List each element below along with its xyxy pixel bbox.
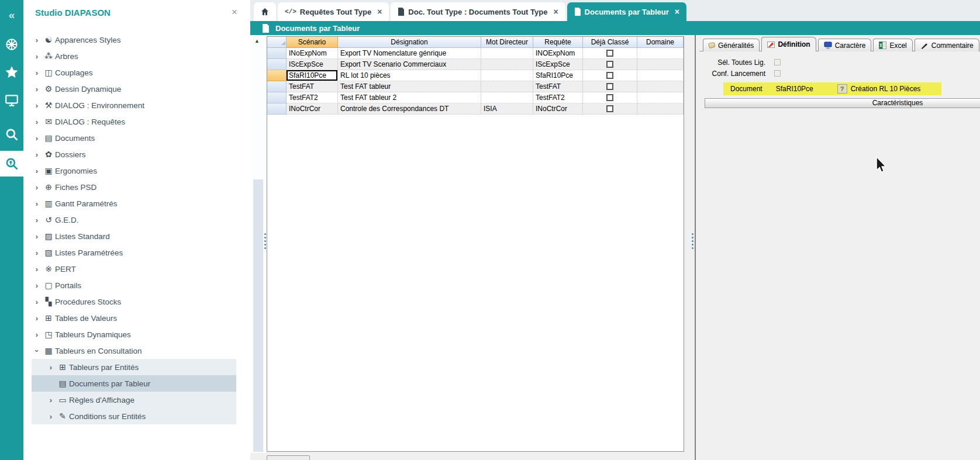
sidebar-item[interactable]: ⚒ DIALOG : Environnement <box>32 97 236 113</box>
chevron-right-icon[interactable] <box>32 347 42 355</box>
column-header-deja-classe[interactable]: Déjà Classé <box>583 37 637 48</box>
cell-designation[interactable]: Export TV Scenario Commerciaux <box>338 59 481 70</box>
cell-designation[interactable]: Test FAT tableur <box>338 81 481 92</box>
column-header-domaine[interactable]: Domaine <box>637 37 684 48</box>
cell-requete[interactable]: TestFAT2 <box>533 92 583 103</box>
chevron-right-icon[interactable] <box>46 379 56 388</box>
sidebar-item[interactable]: ◫ Couplages <box>32 64 236 81</box>
left-splitter-grip[interactable] <box>264 231 266 251</box>
cell-domaine[interactable] <box>637 103 684 115</box>
row-handle[interactable] <box>267 59 287 70</box>
sidebar-item[interactable]: ▦ Tableurs en Consultation <box>32 343 236 359</box>
deja-classe-checkbox[interactable] <box>606 94 613 101</box>
conf-lancement-checkbox[interactable] <box>774 70 781 77</box>
chevron-right-icon[interactable] <box>46 396 56 404</box>
chevron-right-icon[interactable] <box>32 232 42 241</box>
sidebar-item[interactable]: ⁂ Arbres <box>32 48 236 64</box>
cell-scenario[interactable]: SfaRI10Pce <box>287 70 338 81</box>
chevron-right-icon[interactable] <box>46 363 56 372</box>
row-handle[interactable] <box>267 92 287 103</box>
column-header-designation[interactable]: Désignation <box>338 37 481 48</box>
chevron-right-icon[interactable] <box>32 167 42 175</box>
sidebar-item[interactable]: ▤ Documents par Tableur <box>32 375 236 392</box>
cell-domaine[interactable] <box>637 59 684 70</box>
sidebar-item[interactable]: ⊕ Fiches PSD <box>32 179 236 195</box>
sidebar-item[interactable]: ▨ Listes Standard <box>32 228 236 244</box>
cell-mot-directeur[interactable] <box>481 48 533 59</box>
sidebar-item[interactable]: ⊞ Tableurs par Entités <box>32 359 236 375</box>
sidebar-item[interactable]: ▤ Documents <box>32 130 236 146</box>
cell-mot-directeur[interactable] <box>481 92 533 103</box>
cell-designation[interactable]: Test FAT tableur 2 <box>338 92 481 103</box>
cell-domaine[interactable] <box>637 92 684 103</box>
deja-classe-checkbox[interactable] <box>606 83 613 90</box>
chevron-right-icon[interactable] <box>32 150 42 159</box>
right-splitter-grip[interactable] <box>692 231 693 251</box>
tab-excel[interactable]: Excel <box>873 39 912 51</box>
chevron-right-icon[interactable] <box>32 68 42 77</box>
cell-mot-directeur[interactable]: ISIA <box>481 103 533 115</box>
sidebar-item[interactable]: ▥ Gantt Paramétrés <box>32 195 236 212</box>
chevron-right-icon[interactable] <box>32 117 42 126</box>
tab-definition[interactable]: Définition <box>761 37 816 51</box>
cell-designation[interactable]: Controle des Correspondances DT <box>338 103 481 115</box>
cell-requete[interactable]: SfaRI10Pce <box>533 70 583 81</box>
row-handle[interactable] <box>267 48 287 59</box>
sidebar-item[interactable]: ✎ Conditions sur Entités <box>32 408 236 424</box>
scroll-up-arrow-icon[interactable]: ▲ <box>254 38 260 44</box>
monitor-icon[interactable] <box>0 89 23 112</box>
close-icon[interactable]: × <box>553 7 558 16</box>
chevron-right-icon[interactable] <box>32 314 42 323</box>
sidebar-item[interactable]: ▚ Procédures Stocks <box>32 293 236 310</box>
tab-generalites[interactable]: Généralités <box>703 39 760 51</box>
sidebar-item[interactable]: ⚙ Dessin Dynamique <box>32 81 236 97</box>
sidebar-item[interactable]: ※ PERT <box>32 261 236 277</box>
chevron-right-icon[interactable] <box>32 85 42 94</box>
document-code-field[interactable]: SfaRI10Pce <box>776 85 837 93</box>
chevron-right-icon[interactable] <box>32 248 42 257</box>
cell-scenario[interactable]: INoExpNom <box>287 48 338 59</box>
cell-scenario[interactable]: TestFAT2 <box>287 92 338 103</box>
deja-classe-checkbox[interactable] <box>606 72 613 79</box>
tab-documents-par-tableur[interactable]: Documents par Tableur × <box>567 2 686 21</box>
cell-requete[interactable]: INOExpNom <box>533 48 583 59</box>
cell-domaine[interactable] <box>637 48 684 59</box>
search-icon[interactable] <box>0 123 23 146</box>
star-icon[interactable] <box>0 61 23 84</box>
chevron-right-icon[interactable] <box>32 36 42 44</box>
chevron-right-icon[interactable] <box>32 52 42 61</box>
chevron-right-icon[interactable] <box>32 298 42 306</box>
sidebar-item[interactable]: ✉ DIALOG : Requêtes <box>32 113 236 130</box>
tab-caractere[interactable]: Caractère <box>818 39 872 51</box>
sidebar-item[interactable]: ✿ Dossiers <box>32 146 236 162</box>
cell-scenario[interactable]: TestFAT <box>287 81 338 92</box>
close-icon[interactable]: × <box>377 7 382 16</box>
chevron-right-icon[interactable] <box>46 412 56 421</box>
sidebar-item[interactable]: ▢ Portails <box>32 277 236 293</box>
cell-mot-directeur[interactable] <box>481 59 533 70</box>
cell-mot-directeur[interactable] <box>481 70 533 81</box>
chevron-right-icon[interactable] <box>32 265 42 274</box>
chevron-right-icon[interactable] <box>32 216 42 224</box>
close-icon[interactable]: × <box>675 7 679 16</box>
chevron-right-icon[interactable] <box>32 101 42 110</box>
cell-scenario[interactable]: IScExpSce <box>287 59 338 70</box>
tab-commentaire[interactable]: Commentaire <box>915 39 979 51</box>
cell-requete[interactable]: INoCtrCor <box>533 103 583 115</box>
grid-scrollbar-thumb[interactable] <box>253 179 263 452</box>
bottom-toolbar-button[interactable] <box>267 455 310 460</box>
column-header-mot-directeur[interactable]: Mot Directeur <box>481 37 533 48</box>
cell-scenario[interactable]: INoCtrCor <box>287 103 338 115</box>
cell-requete[interactable]: TestFAT <box>533 81 583 92</box>
cell-domaine[interactable] <box>637 70 684 81</box>
collapse-sidebar-button[interactable]: « <box>0 4 23 27</box>
search-location-icon[interactable] <box>0 151 23 177</box>
select-all-corner[interactable]: ◢ <box>267 37 287 48</box>
sidebar-item[interactable]: ⊞ Tables de Valeurs <box>32 310 236 326</box>
sidebar-item[interactable]: ▭ Règles d'Affichage <box>32 392 236 408</box>
row-handle[interactable] <box>267 81 287 92</box>
sidebar-close-icon[interactable]: × <box>232 6 237 18</box>
home-tab[interactable] <box>254 2 276 21</box>
deja-classe-checkbox[interactable] <box>606 61 613 68</box>
cell-requete[interactable]: IScExpSce <box>533 59 583 70</box>
